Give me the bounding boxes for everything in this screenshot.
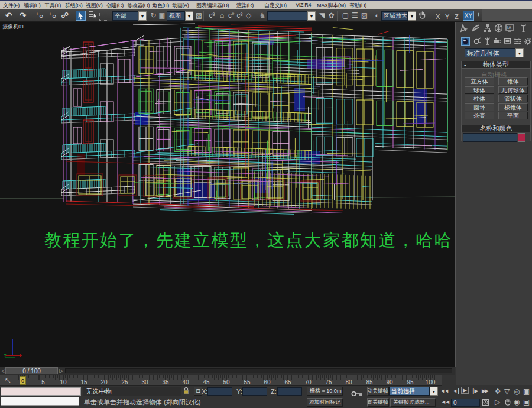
svg-text:%: % (528, 37, 531, 41)
svg-text:IA: IA (507, 25, 511, 30)
svg-text:Y: Y (4, 352, 7, 358)
